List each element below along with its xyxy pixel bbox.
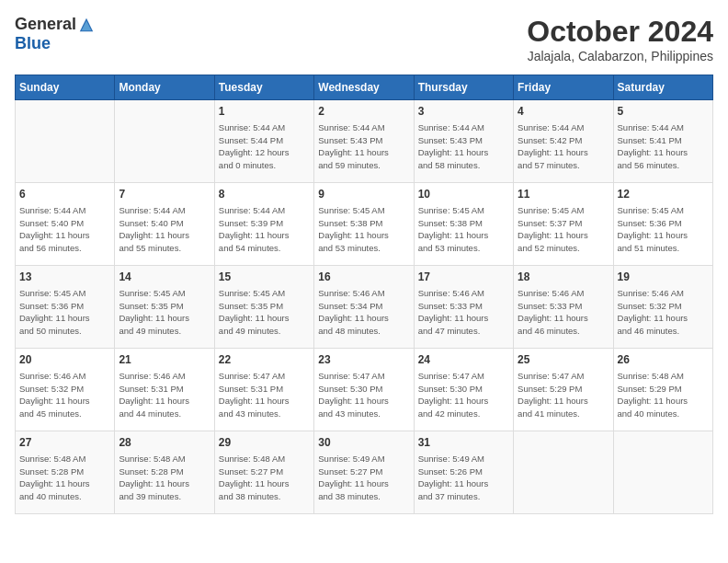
calendar-cell: 19Sunrise: 5:46 AM Sunset: 5:32 PM Dayli… [613,266,712,349]
day-detail: Sunrise: 5:47 AM Sunset: 5:29 PM Dayligh… [518,370,609,420]
day-number: 5 [618,104,709,120]
day-number: 30 [318,435,409,451]
day-number: 9 [318,187,409,202]
day-number: 14 [119,270,210,285]
day-header-sunday: Sunday [16,75,115,100]
day-header-friday: Friday [514,75,613,100]
day-number: 20 [19,352,110,368]
day-number: 4 [518,104,609,120]
day-detail: Sunrise: 5:45 AM Sunset: 5:37 PM Dayligh… [518,204,609,255]
day-detail: Sunrise: 5:45 AM Sunset: 5:35 PM Dayligh… [119,287,210,338]
day-detail: Sunrise: 5:44 AM Sunset: 5:42 PM Dayligh… [518,121,609,172]
calendar-cell: 27Sunrise: 5:48 AM Sunset: 5:28 PM Dayli… [16,431,115,514]
week-row-5: 27Sunrise: 5:48 AM Sunset: 5:28 PM Dayli… [16,431,713,514]
day-number: 15 [219,270,310,285]
calendar-cell: 28Sunrise: 5:48 AM Sunset: 5:28 PM Dayli… [115,431,214,514]
day-number: 26 [618,352,709,368]
calendar-cell: 31Sunrise: 5:49 AM Sunset: 5:26 PM Dayli… [414,431,513,514]
title-block: October 2024 Jalajala, Calabarzon, Phili… [527,15,713,63]
calendar-cell: 20Sunrise: 5:46 AM Sunset: 5:32 PM Dayli… [16,349,115,431]
calendar-cell: 12Sunrise: 5:45 AM Sunset: 5:36 PM Dayli… [613,183,712,266]
day-detail: Sunrise: 5:46 AM Sunset: 5:31 PM Dayligh… [119,370,210,420]
week-row-4: 20Sunrise: 5:46 AM Sunset: 5:32 PM Dayli… [16,349,713,431]
day-number: 29 [219,435,310,451]
day-header-thursday: Thursday [414,75,513,100]
day-detail: Sunrise: 5:47 AM Sunset: 5:30 PM Dayligh… [418,370,509,420]
calendar-cell: 8Sunrise: 5:44 AM Sunset: 5:39 PM Daylig… [214,183,313,266]
calendar-cell [16,100,115,183]
logo: General Blue [15,15,97,53]
day-number: 10 [418,187,509,202]
calendar-cell: 30Sunrise: 5:49 AM Sunset: 5:27 PM Dayli… [314,431,414,514]
day-detail: Sunrise: 5:45 AM Sunset: 5:38 PM Dayligh… [418,204,509,255]
day-detail: Sunrise: 5:45 AM Sunset: 5:35 PM Dayligh… [219,287,310,338]
header-row: SundayMondayTuesdayWednesdayThursdayFrid… [16,75,713,100]
day-number: 1 [219,104,310,120]
day-detail: Sunrise: 5:49 AM Sunset: 5:26 PM Dayligh… [418,453,509,503]
week-row-1: 1Sunrise: 5:44 AM Sunset: 5:44 PM Daylig… [16,100,713,183]
day-detail: Sunrise: 5:44 AM Sunset: 5:39 PM Dayligh… [219,204,310,255]
day-number: 6 [19,187,110,202]
calendar-cell: 23Sunrise: 5:47 AM Sunset: 5:30 PM Dayli… [314,349,414,431]
day-number: 18 [518,270,609,285]
logo-icon [78,17,95,33]
day-detail: Sunrise: 5:46 AM Sunset: 5:32 PM Dayligh… [618,287,709,338]
day-number: 19 [618,270,709,285]
calendar-cell [115,100,214,183]
logo-general-text: General [15,15,76,34]
day-number: 24 [418,352,509,368]
day-number: 8 [219,187,310,202]
day-detail: Sunrise: 5:44 AM Sunset: 5:40 PM Dayligh… [19,204,110,255]
calendar-cell: 14Sunrise: 5:45 AM Sunset: 5:35 PM Dayli… [115,266,214,349]
calendar-table: SundayMondayTuesdayWednesdayThursdayFrid… [15,75,713,514]
calendar-cell: 10Sunrise: 5:45 AM Sunset: 5:38 PM Dayli… [414,183,513,266]
day-number: 28 [119,435,210,451]
day-detail: Sunrise: 5:46 AM Sunset: 5:33 PM Dayligh… [418,287,509,338]
page-header: General Blue October 2024 Jalajala, Cala… [15,15,713,63]
calendar-cell: 13Sunrise: 5:45 AM Sunset: 5:36 PM Dayli… [16,266,115,349]
day-detail: Sunrise: 5:46 AM Sunset: 5:34 PM Dayligh… [318,287,409,338]
day-number: 13 [19,270,110,285]
day-detail: Sunrise: 5:44 AM Sunset: 5:40 PM Dayligh… [119,204,210,255]
calendar-cell: 16Sunrise: 5:46 AM Sunset: 5:34 PM Dayli… [314,266,414,349]
calendar-cell: 6Sunrise: 5:44 AM Sunset: 5:40 PM Daylig… [16,183,115,266]
day-number: 7 [119,187,210,202]
calendar-cell: 7Sunrise: 5:44 AM Sunset: 5:40 PM Daylig… [115,183,214,266]
day-detail: Sunrise: 5:47 AM Sunset: 5:31 PM Dayligh… [219,370,310,420]
calendar-cell: 15Sunrise: 5:45 AM Sunset: 5:35 PM Dayli… [214,266,313,349]
day-header-tuesday: Tuesday [214,75,313,100]
location: Jalajala, Calabarzon, Philippines [527,49,713,63]
calendar-cell [613,431,712,514]
calendar-cell: 9Sunrise: 5:45 AM Sunset: 5:38 PM Daylig… [314,183,414,266]
day-detail: Sunrise: 5:45 AM Sunset: 5:38 PM Dayligh… [318,204,409,255]
calendar-cell: 25Sunrise: 5:47 AM Sunset: 5:29 PM Dayli… [514,349,613,431]
day-number: 16 [318,270,409,285]
day-detail: Sunrise: 5:48 AM Sunset: 5:27 PM Dayligh… [219,453,310,503]
calendar-cell: 24Sunrise: 5:47 AM Sunset: 5:30 PM Dayli… [414,349,513,431]
day-number: 2 [318,104,409,120]
day-detail: Sunrise: 5:45 AM Sunset: 5:36 PM Dayligh… [618,204,709,255]
day-detail: Sunrise: 5:44 AM Sunset: 5:41 PM Dayligh… [618,121,709,172]
calendar-cell: 29Sunrise: 5:48 AM Sunset: 5:27 PM Dayli… [214,431,313,514]
day-detail: Sunrise: 5:46 AM Sunset: 5:33 PM Dayligh… [518,287,609,338]
calendar-cell: 18Sunrise: 5:46 AM Sunset: 5:33 PM Dayli… [514,266,613,349]
week-row-2: 6Sunrise: 5:44 AM Sunset: 5:40 PM Daylig… [16,183,713,266]
calendar-cell: 5Sunrise: 5:44 AM Sunset: 5:41 PM Daylig… [613,100,712,183]
day-detail: Sunrise: 5:48 AM Sunset: 5:28 PM Dayligh… [19,453,110,503]
day-number: 23 [318,352,409,368]
week-row-3: 13Sunrise: 5:45 AM Sunset: 5:36 PM Dayli… [16,266,713,349]
day-header-wednesday: Wednesday [314,75,414,100]
day-number: 31 [418,435,509,451]
day-number: 22 [219,352,310,368]
day-detail: Sunrise: 5:49 AM Sunset: 5:27 PM Dayligh… [318,453,409,503]
calendar-cell [514,431,613,514]
day-number: 27 [19,435,110,451]
day-number: 11 [518,187,609,202]
calendar-cell: 26Sunrise: 5:48 AM Sunset: 5:29 PM Dayli… [613,349,712,431]
calendar-cell: 4Sunrise: 5:44 AM Sunset: 5:42 PM Daylig… [514,100,613,183]
day-number: 21 [119,352,210,368]
day-detail: Sunrise: 5:44 AM Sunset: 5:43 PM Dayligh… [318,121,409,172]
calendar-cell: 3Sunrise: 5:44 AM Sunset: 5:43 PM Daylig… [414,100,513,183]
day-detail: Sunrise: 5:48 AM Sunset: 5:28 PM Dayligh… [119,453,210,503]
calendar-cell: 21Sunrise: 5:46 AM Sunset: 5:31 PM Dayli… [115,349,214,431]
